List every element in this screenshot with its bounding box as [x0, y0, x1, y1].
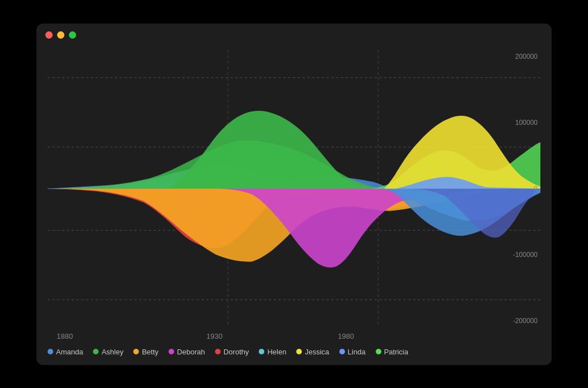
y-axis: 200000 100000 0 -100000 -200000	[501, 50, 540, 328]
chart-svg	[48, 50, 540, 328]
legend-label-patricia: Patricia	[384, 348, 408, 356]
legend-dot-amanda	[48, 349, 53, 354]
chart-container: 200000 100000 0 -100000 -200000 1880 193…	[36, 44, 552, 365]
maximize-button[interactable]	[69, 31, 76, 39]
y-label-100k: 100000	[515, 119, 538, 127]
legend-dot-linda	[339, 349, 345, 354]
x-label-1980: 1980	[338, 332, 354, 340]
legend-dot-ashley	[93, 349, 99, 354]
legend-item-dorothy: Dorothy	[215, 348, 249, 356]
y-label-0: 0	[534, 185, 538, 193]
x-label-1880: 1880	[57, 332, 73, 340]
close-button[interactable]	[45, 31, 53, 39]
legend-label-betty: Betty	[142, 348, 158, 356]
legend-item-linda: Linda	[339, 348, 366, 356]
chart-area: 200000 100000 0 -100000 -200000	[48, 50, 540, 328]
legend-item-jessica: Jessica	[296, 348, 329, 356]
legend-label-dorothy: Dorothy	[223, 348, 249, 356]
legend-dot-jessica	[296, 349, 302, 354]
legend-label-linda: Linda	[348, 348, 366, 356]
legend-label-helen: Helen	[267, 348, 286, 356]
legend-dot-helen	[259, 349, 264, 354]
legend-item-deborah: Deborah	[169, 348, 205, 356]
chart-legend: AmandaAshleyBettyDeborahDorothyHelenJess…	[48, 343, 501, 365]
legend-dot-deborah	[169, 349, 174, 354]
legend-dot-patricia	[376, 349, 381, 354]
legend-dot-betty	[133, 349, 139, 354]
legend-label-amanda: Amanda	[56, 348, 83, 356]
legend-label-ashley: Ashley	[101, 348, 123, 356]
y-label-200k: 200000	[515, 53, 538, 60]
traffic-lights	[45, 31, 76, 39]
legend-item-patricia: Patricia	[376, 348, 408, 356]
legend-item-amanda: Amanda	[48, 348, 83, 356]
legend-label-jessica: Jessica	[305, 348, 329, 356]
legend-item-ashley: Ashley	[93, 348, 123, 356]
legend-item-helen: Helen	[259, 348, 286, 356]
legend-label-deborah: Deborah	[177, 348, 205, 356]
app-window: 200000 100000 0 -100000 -200000 1880 193…	[36, 24, 552, 365]
titlebar	[36, 24, 552, 44]
y-label-neg200k: -200000	[513, 317, 538, 325]
legend-dot-dorothy	[215, 349, 221, 354]
legend-item-betty: Betty	[133, 348, 158, 356]
x-axis: 1880 1930 1980	[48, 328, 501, 343]
minimize-button[interactable]	[57, 31, 64, 39]
y-label-neg100k: -100000	[513, 251, 538, 259]
x-label-1930: 1930	[207, 332, 223, 340]
